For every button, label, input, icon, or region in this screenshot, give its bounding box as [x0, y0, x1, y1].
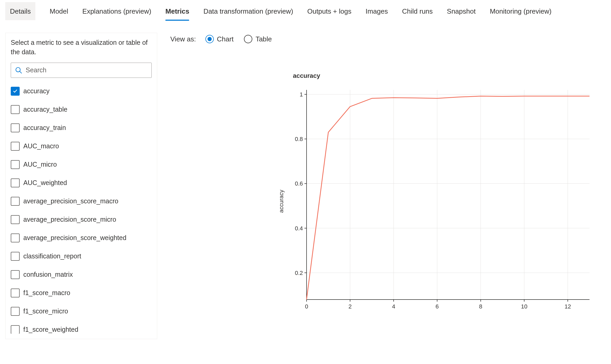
metric-item-classification_report[interactable]: classification_report — [11, 247, 149, 265]
radio-chart[interactable]: Chart — [205, 35, 234, 43]
metric-item-f1_score_weighted[interactable]: f1_score_weighted — [11, 320, 149, 334]
metric-label: average_precision_score_macro — [23, 197, 118, 205]
svg-text:8: 8 — [479, 303, 482, 310]
metric-item-AUC_weighted[interactable]: AUC_weighted — [11, 174, 149, 192]
tab-data-transformation-preview[interactable]: Data transformation (preview) — [203, 2, 293, 20]
checkbox-icon[interactable] — [11, 105, 20, 114]
metric-item-f1_score_macro[interactable]: f1_score_macro — [11, 284, 149, 302]
metric-label: average_precision_score_micro — [23, 216, 116, 223]
metric-label: classification_report — [23, 252, 81, 260]
metric-sidebar: Select a metric to see a visualization o… — [5, 33, 157, 339]
radio-icon — [205, 35, 214, 43]
metric-item-accuracy_table[interactable]: accuracy_table — [11, 100, 149, 119]
chart-title: accuracy — [293, 72, 606, 79]
tab-explanations-preview[interactable]: Explanations (preview) — [82, 2, 151, 20]
checkbox-icon[interactable] — [11, 142, 20, 151]
metric-label: accuracy_train — [23, 124, 66, 132]
tab-metrics[interactable]: Metrics — [165, 2, 189, 20]
tab-snapshot[interactable]: Snapshot — [447, 2, 476, 20]
svg-text:10: 10 — [521, 303, 527, 310]
metric-item-AUC_micro[interactable]: AUC_micro — [11, 155, 149, 174]
search-wrap — [11, 63, 152, 78]
checkbox-icon[interactable] — [11, 87, 20, 96]
metric-label: f1_score_micro — [23, 307, 68, 315]
checkbox-icon[interactable] — [11, 233, 20, 242]
svg-text:2: 2 — [348, 303, 352, 310]
svg-text:6: 6 — [435, 303, 439, 310]
checkbox-icon[interactable] — [11, 123, 20, 132]
radio-label: Table — [255, 35, 272, 43]
metric-item-accuracy_train[interactable]: accuracy_train — [11, 119, 149, 137]
metric-item-AUC_macro[interactable]: AUC_macro — [11, 137, 149, 155]
tab-images[interactable]: Images — [365, 2, 388, 20]
radio-label: Chart — [217, 35, 234, 43]
metric-item-accuracy[interactable]: accuracy — [11, 82, 149, 100]
svg-text:0: 0 — [305, 303, 308, 310]
metric-label: AUC_micro — [23, 161, 57, 168]
svg-text:12: 12 — [565, 303, 571, 310]
tab-model[interactable]: Model — [50, 2, 68, 20]
metric-label: confusion_matrix — [23, 271, 73, 278]
svg-text:0.6: 0.6 — [295, 180, 303, 187]
metric-item-average_precision_score_micro[interactable]: average_precision_score_micro — [11, 210, 149, 229]
radio-table[interactable]: Table — [244, 35, 272, 43]
view-as-group: View as: ChartTable — [170, 35, 606, 43]
metric-item-f1_score_micro[interactable]: f1_score_micro — [11, 302, 149, 320]
svg-text:0.8: 0.8 — [295, 136, 303, 142]
metric-label: AUC_macro — [23, 142, 59, 150]
search-input[interactable] — [11, 63, 152, 78]
svg-line-1 — [20, 71, 21, 73]
tab-outputs-logs[interactable]: Outputs + logs — [307, 2, 351, 20]
view-as-label: View as: — [170, 35, 196, 43]
sidebar-instruction: Select a metric to see a visualization o… — [11, 38, 152, 57]
chart-plot: accuracy 0.20.40.60.81024681012 — [288, 87, 592, 315]
metric-label: AUC_weighted — [23, 179, 67, 187]
chart-ylabel: accuracy — [278, 190, 285, 213]
metric-item-confusion_matrix[interactable]: confusion_matrix — [11, 265, 149, 284]
svg-text:0.2: 0.2 — [295, 270, 303, 276]
chart-area: accuracy accuracy 0.20.40.60.81024681012 — [170, 72, 606, 315]
metric-label: accuracy — [23, 87, 50, 95]
radio-icon — [244, 35, 252, 43]
svg-text:4: 4 — [392, 303, 395, 310]
checkbox-icon[interactable] — [11, 197, 20, 206]
tab-details[interactable]: Details — [5, 2, 35, 20]
tab-monitoring-preview[interactable]: Monitoring (preview) — [490, 2, 552, 20]
metric-item-average_precision_score_weighted[interactable]: average_precision_score_weighted — [11, 229, 149, 247]
svg-text:0.4: 0.4 — [295, 225, 303, 232]
checkbox-icon[interactable] — [11, 289, 20, 297]
metric-label: f1_score_macro — [23, 289, 70, 297]
metric-label: f1_score_weighted — [23, 326, 78, 333]
checkbox-icon[interactable] — [11, 325, 20, 334]
checkbox-icon[interactable] — [11, 270, 20, 279]
checkbox-icon[interactable] — [11, 160, 20, 169]
search-icon — [15, 67, 22, 74]
metric-list[interactable]: accuracyaccuracy_tableaccuracy_trainAUC_… — [11, 82, 152, 334]
metric-label: accuracy_table — [23, 106, 67, 113]
chart-svg: 0.20.40.60.81024681012 — [288, 87, 592, 315]
checkbox-icon[interactable] — [11, 178, 20, 187]
tab-bar: DetailsModelExplanations (preview)Metric… — [5, 0, 606, 22]
checkbox-icon[interactable] — [11, 252, 20, 261]
checkbox-icon[interactable] — [11, 307, 20, 316]
tab-child-runs[interactable]: Child runs — [402, 2, 433, 20]
checkbox-icon[interactable] — [11, 215, 20, 224]
metric-item-average_precision_score_macro[interactable]: average_precision_score_macro — [11, 192, 149, 210]
svg-text:1: 1 — [300, 91, 303, 98]
metric-label: average_precision_score_weighted — [23, 234, 126, 242]
